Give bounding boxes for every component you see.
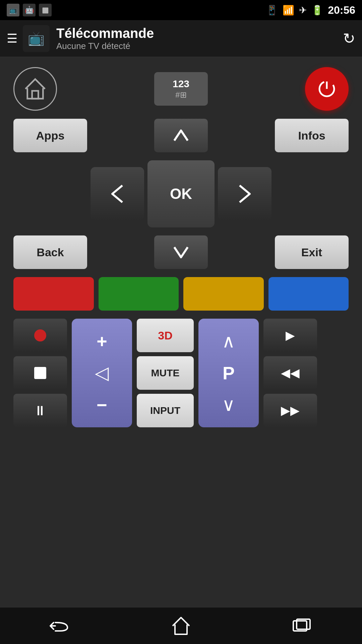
rewind-button[interactable]: ◀◀ — [263, 356, 317, 390]
nav-home-button[interactable] — [164, 609, 198, 643]
status-bar: 📺 🤖 ▦ 📱 📶 ✈ 🔋 20:56 — [0, 0, 362, 20]
channel-up-icon[interactable]: ∧ — [222, 331, 235, 352]
input-button[interactable]: INPUT — [137, 394, 194, 427]
power-button[interactable] — [305, 67, 349, 111]
nav-recent-button[interactable] — [285, 609, 318, 643]
wifi-icon: 📶 — [283, 5, 294, 16]
bottom-navigation — [0, 607, 362, 644]
status-bar-left: 📺 🤖 ▦ — [7, 4, 52, 16]
status-time: 20:56 — [328, 4, 355, 16]
channel-down-icon[interactable]: ∨ — [222, 394, 235, 415]
channel-control[interactable]: ∧ P ∨ — [198, 319, 259, 427]
refresh-button[interactable]: ↻ — [343, 30, 355, 47]
green-color-button[interactable] — [99, 277, 179, 311]
channel-letter: P — [223, 363, 235, 383]
remote-control-area: 123 #⊞ Apps Infos OK — [0, 57, 362, 607]
up-button[interactable] — [154, 119, 208, 152]
app-icon-3: ▦ — [39, 4, 52, 16]
exit-button[interactable]: Exit — [275, 235, 349, 269]
playback-controls-col: ⏸ — [13, 319, 67, 427]
3d-button[interactable]: 3D — [137, 319, 194, 352]
battery-icon: 🔋 — [311, 5, 323, 16]
down-button[interactable] — [154, 235, 208, 269]
right-button[interactable] — [218, 167, 272, 221]
row-back-down-exit: Back Exit — [13, 235, 349, 269]
forward-button[interactable]: ▶▶ — [263, 394, 317, 427]
numpad-button[interactable]: 123 #⊞ — [154, 72, 208, 106]
row-home-numpad-power: 123 #⊞ — [13, 67, 349, 111]
app-header: ☰ 📺 Télécommande Aucune TV détecté ↻ — [0, 20, 362, 57]
volume-control[interactable]: + ◁ − — [72, 319, 132, 427]
nav-back-icon — [49, 618, 72, 634]
infos-button[interactable]: Infos — [275, 119, 349, 152]
mute-button[interactable]: MUTE — [137, 356, 194, 390]
home-icon — [23, 77, 47, 101]
home-button[interactable] — [13, 67, 57, 111]
speaker-icon: ◁ — [95, 362, 109, 383]
row-left-ok-right: OK — [13, 160, 349, 227]
app-icon-2: 🤖 — [23, 4, 36, 16]
phone-icon: 📱 — [266, 5, 278, 16]
app-logo: 📺 — [23, 25, 50, 52]
status-bar-right: 📱 📶 ✈ 🔋 20:56 — [266, 4, 355, 16]
apps-button[interactable]: Apps — [13, 119, 87, 152]
app-title: Télécommande — [56, 26, 343, 41]
blue-color-button[interactable] — [268, 277, 349, 311]
nav-back-button[interactable] — [44, 609, 77, 643]
play-button[interactable]: ▶ — [263, 319, 317, 352]
up-arrow-icon — [173, 129, 189, 142]
app-subtitle: Aucune TV détecté — [56, 41, 343, 51]
rewind-icon: ◀◀ — [281, 366, 300, 380]
play-icon: ▶ — [286, 328, 295, 342]
svg-rect-0 — [32, 91, 39, 99]
transport-controls-col: ▶ ◀◀ ▶▶ — [263, 319, 317, 427]
app-icon-1: 📺 — [7, 4, 19, 16]
volume-up-icon[interactable]: + — [97, 331, 107, 352]
right-arrow-icon — [238, 184, 251, 204]
volume-down-icon[interactable]: − — [97, 394, 107, 415]
airplane-icon: ✈ — [299, 5, 307, 16]
yellow-color-button[interactable] — [183, 277, 264, 311]
numpad-label-bottom: #⊞ — [175, 90, 186, 100]
ok-button[interactable]: OK — [147, 160, 215, 227]
record-icon — [34, 329, 46, 341]
menu-button[interactable]: ☰ — [7, 32, 17, 46]
left-arrow-icon — [111, 184, 124, 204]
stop-button[interactable] — [13, 356, 67, 390]
row-apps-up-infos: Apps Infos — [13, 119, 349, 152]
back-button[interactable]: Back — [13, 235, 87, 269]
down-arrow-icon — [173, 246, 189, 259]
color-buttons-row — [13, 277, 349, 311]
numpad-label-top: 123 — [173, 78, 189, 90]
center-controls-col: 3D MUTE INPUT — [137, 319, 194, 427]
power-icon — [317, 79, 337, 99]
header-text: Télécommande Aucune TV détecté — [56, 26, 343, 51]
left-button[interactable] — [90, 167, 144, 221]
nav-home-icon — [171, 616, 191, 636]
media-controls-row: ⏸ + ◁ − 3D MUTE INPUT ∧ P ∨ ▶ ◀◀ — [13, 319, 349, 427]
nav-recent-icon — [292, 618, 312, 634]
red-color-button[interactable] — [13, 277, 94, 311]
pause-icon: ⏸ — [34, 403, 47, 418]
forward-icon: ▶▶ — [281, 404, 300, 418]
record-button[interactable] — [13, 319, 67, 352]
pause-button[interactable]: ⏸ — [13, 394, 67, 427]
stop-icon — [34, 367, 46, 379]
